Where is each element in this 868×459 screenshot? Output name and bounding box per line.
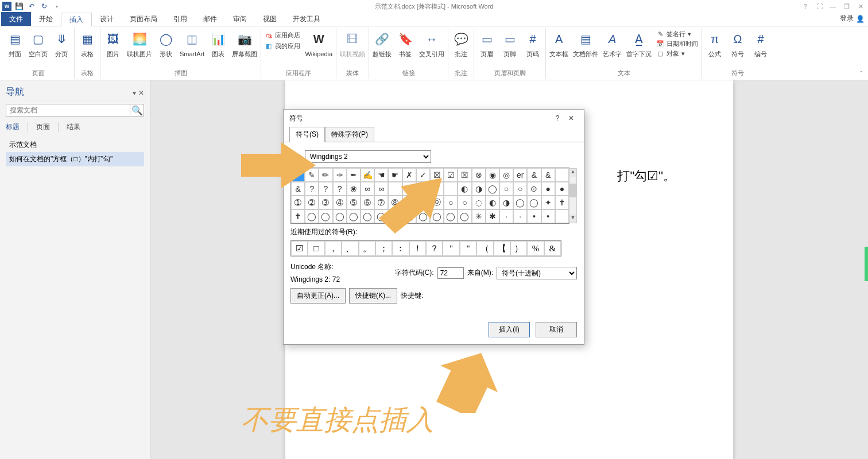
symbol-cell[interactable]: ?	[319, 182, 332, 196]
symbol-cell[interactable]: &	[541, 168, 555, 182]
tab-devtools[interactable]: 开发工具	[285, 12, 328, 26]
btn-pagenum[interactable]: #页码	[524, 29, 542, 57]
btn-datetime[interactable]: 📅日期和时间	[656, 40, 698, 48]
recent-symbol-cell[interactable]: （	[476, 241, 493, 256]
symbol-cell[interactable]: ●	[555, 182, 569, 196]
nav-close-icon[interactable]: ✕	[138, 89, 144, 97]
symbol-cell[interactable]: ➃	[333, 196, 347, 209]
symbol-cell[interactable]: ◯	[486, 182, 499, 196]
ribbon-opts-icon[interactable]: ⛶	[814, 3, 824, 10]
shortcut-button[interactable]: 快捷键(K)...	[349, 288, 397, 304]
symbol-cell[interactable]: ➂	[319, 196, 332, 209]
btn-bookmark[interactable]: 🔖书签	[396, 29, 414, 57]
symbol-cell[interactable]: er	[513, 168, 527, 182]
symbol-cell[interactable]: ✳	[472, 209, 486, 223]
symbol-cell[interactable]: •	[541, 209, 555, 223]
dialog-help-icon[interactable]: ?	[551, 114, 564, 122]
dialog-close-icon[interactable]: ✕	[564, 114, 578, 122]
recent-symbol-cell[interactable]: ？	[426, 241, 443, 256]
symbol-cell[interactable]: •	[527, 209, 541, 223]
btn-header[interactable]: ▭页眉	[478, 29, 496, 57]
symbol-cell[interactable]: ○	[458, 196, 471, 209]
btn-wordart[interactable]: A艺术字	[603, 29, 622, 57]
symbol-cell[interactable]: ◯	[458, 209, 471, 223]
btn-pagebreak[interactable]: ⤋分页	[52, 29, 71, 57]
recent-symbol-cell[interactable]: 、	[342, 241, 358, 256]
recent-symbol-cell[interactable]: □	[308, 241, 324, 256]
symbol-cell[interactable]: ·	[499, 209, 513, 223]
tab-mail[interactable]: 邮件	[195, 12, 225, 26]
symbol-cell[interactable]: ✍	[361, 168, 374, 182]
symbol-cell[interactable]: ◯	[444, 209, 458, 223]
autocorrect-button[interactable]: 自动更正(A)...	[290, 288, 346, 304]
symbol-cell[interactable]: ✝	[291, 209, 305, 223]
btn-onlinevideo[interactable]: 🎞联机视频	[340, 29, 365, 57]
btn-number[interactable]: #编号	[751, 29, 770, 57]
symbol-cell[interactable]	[555, 209, 569, 223]
insert-button[interactable]: 插入(I)	[489, 322, 530, 337]
symbol-cell[interactable]: ✑	[333, 168, 347, 182]
btn-picture[interactable]: 🖼图片	[104, 29, 122, 57]
tab-insert[interactable]: 插入	[61, 13, 92, 26]
symbol-cell[interactable]: ➅	[361, 196, 374, 209]
symbol-cell[interactable]: ∞	[361, 182, 374, 196]
symbol-cell[interactable]: ☑	[444, 168, 458, 182]
btn-smartart[interactable]: ◫SmartArt	[180, 29, 204, 57]
recent-symbol-cell[interactable]: 。	[359, 241, 375, 256]
dlgtab-symbols[interactable]: 符号(S)	[289, 127, 325, 142]
collapse-ribbon-icon[interactable]: ⌃	[859, 70, 863, 76]
symbol-cell[interactable]: ○	[513, 182, 527, 196]
symbol-cell[interactable]: ○	[499, 182, 513, 196]
btn-chart[interactable]: 📊图表	[209, 29, 227, 57]
tab-references[interactable]: 引用	[165, 12, 195, 26]
btn-textbox[interactable]: A文本框	[549, 29, 568, 57]
recent-symbol-cell[interactable]: ，	[325, 241, 342, 256]
tab-home[interactable]: 开始	[31, 12, 61, 26]
dlgtab-special[interactable]: 特殊字符(P)	[325, 127, 374, 142]
symbol-cell[interactable]: ✦	[541, 196, 555, 209]
qat-dropdown-icon[interactable]: ▾	[52, 1, 62, 11]
symbol-cell[interactable]: ○	[444, 196, 458, 209]
recent-symbol-cell[interactable]: ：	[392, 241, 409, 256]
nav-dropdown-icon[interactable]: ▾	[133, 89, 136, 97]
symbol-cell[interactable]: ?	[333, 182, 347, 196]
restore-icon[interactable]: ❐	[842, 3, 852, 10]
nav-item[interactable]: 如何在文档的"方框（□）"内打"勾"	[6, 152, 144, 166]
symbol-scrollbar[interactable]: ▲▼	[569, 168, 577, 223]
tab-review[interactable]: 审阅	[225, 12, 255, 26]
btn-coverpage[interactable]: ▤封面	[6, 29, 24, 57]
dialog-titlebar[interactable]: 符号 ? ✕	[284, 110, 584, 127]
search-input[interactable]	[6, 104, 130, 116]
undo-icon[interactable]: ↶	[26, 1, 37, 11]
symbol-cell[interactable]: ➁	[305, 196, 319, 209]
recent-symbol-cell[interactable]: ；	[375, 241, 392, 256]
symbol-cell[interactable]: ◯	[333, 209, 347, 223]
btn-dropcap[interactable]: A̲首字下沉	[626, 29, 652, 57]
recent-symbol-cell[interactable]: &	[544, 241, 561, 256]
symbol-cell[interactable]: ◐	[486, 196, 499, 209]
btn-quickparts[interactable]: ▤文档部件	[573, 29, 598, 57]
btn-hyperlink[interactable]: 🔗超链接	[373, 29, 392, 57]
symbol-cell[interactable]: ◯	[305, 209, 319, 223]
from-select[interactable]: 符号(十进制)	[497, 267, 577, 279]
symbol-cell[interactable]: ●	[541, 182, 555, 196]
symbol-cell[interactable]: ◑	[472, 182, 486, 196]
navtab-results[interactable]: 结果	[67, 122, 80, 132]
symbol-cell[interactable]: ➄	[347, 196, 361, 209]
nav-item[interactable]: 示范文档	[6, 138, 144, 152]
recent-symbol-cell[interactable]: "	[460, 241, 476, 256]
symbol-cell[interactable]: &	[527, 168, 541, 182]
tab-design[interactable]: 设计	[92, 12, 122, 26]
symbol-cell[interactable]: ✏	[319, 168, 332, 182]
symbol-cell[interactable]: ◎	[499, 168, 513, 182]
symbol-cell[interactable]: ◯	[361, 209, 374, 223]
btn-comment[interactable]: 💬批注	[452, 29, 470, 57]
font-select[interactable]: Wingdings 2	[305, 150, 431, 163]
btn-table[interactable]: ▦表格	[78, 29, 96, 57]
tab-view[interactable]: 视图	[255, 12, 285, 26]
symbol-cell[interactable]: ◯	[319, 209, 332, 223]
symbol-cell[interactable]: ◯	[513, 196, 527, 209]
symbol-cell[interactable]: ◯	[347, 209, 361, 223]
symbol-cell[interactable]: ◉	[486, 168, 499, 182]
recent-symbol-cell[interactable]: ）	[510, 241, 527, 256]
